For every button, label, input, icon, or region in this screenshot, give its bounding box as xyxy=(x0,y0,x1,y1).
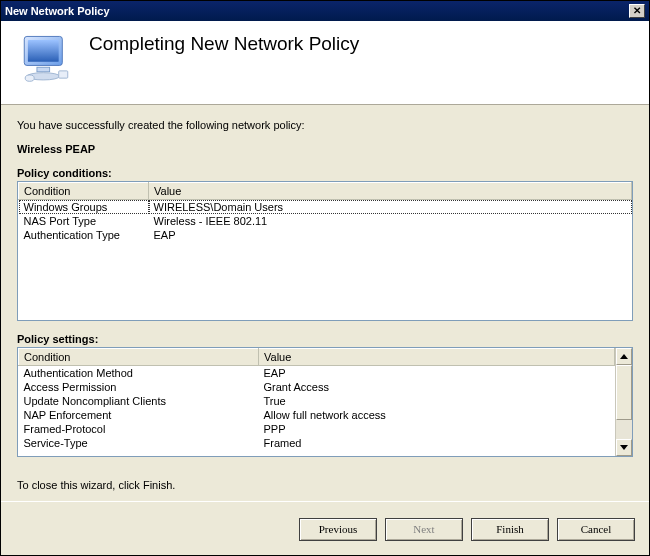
conditions-table[interactable]: Condition Value Windows Groups WIRELESS\… xyxy=(17,181,633,321)
cell-value: EAP xyxy=(149,228,632,242)
wizard-header: Completing New Network Policy xyxy=(1,21,649,105)
cell-value: EAP xyxy=(259,366,615,381)
scroll-track[interactable] xyxy=(616,420,632,439)
cell-condition: Access Permission xyxy=(19,380,259,394)
close-button[interactable]: ✕ xyxy=(629,4,645,18)
cell-value: PPP xyxy=(259,422,615,436)
table-row[interactable]: Update Noncompliant ClientsTrue xyxy=(19,394,615,408)
wizard-body: You have successfully created the follow… xyxy=(1,105,649,508)
cell-value: WIRELESS\Domain Users xyxy=(149,200,632,215)
table-row[interactable]: Service-TypeFramed xyxy=(19,436,615,450)
cell-condition: Authentication Method xyxy=(19,366,259,381)
cell-condition: NAS Port Type xyxy=(19,214,149,228)
col-value[interactable]: Value xyxy=(149,183,632,200)
settings-table[interactable]: Condition Value Authentication MethodEAP… xyxy=(17,347,633,457)
cell-condition: Windows Groups xyxy=(19,200,149,215)
table-row[interactable]: Access PermissionGrant Access xyxy=(19,380,615,394)
cell-condition: Service-Type xyxy=(19,436,259,450)
cell-condition: Framed-Protocol xyxy=(19,422,259,436)
window-title: New Network Policy xyxy=(5,5,110,17)
table-row[interactable]: Authentication Type EAP xyxy=(19,228,632,242)
cell-value: Grant Access xyxy=(259,380,615,394)
cell-condition: NAP Enforcement xyxy=(19,408,259,422)
scrollbar[interactable] xyxy=(615,348,632,456)
table-row[interactable]: NAS Port Type Wireless - IEEE 802.11 xyxy=(19,214,632,228)
conditions-label: Policy conditions: xyxy=(17,167,633,179)
divider xyxy=(1,501,649,502)
cell-condition: Update Noncompliant Clients xyxy=(19,394,259,408)
policy-name: Wireless PEAP xyxy=(17,143,633,155)
chevron-up-icon xyxy=(620,354,628,359)
cancel-button[interactable]: Cancel xyxy=(557,518,635,541)
close-hint: To close this wizard, click Finish. xyxy=(17,479,633,491)
col-condition[interactable]: Condition xyxy=(19,183,149,200)
wizard-footer: Previous Next Finish Cancel xyxy=(1,508,649,555)
svg-rect-1 xyxy=(28,40,59,62)
cell-condition: Authentication Type xyxy=(19,228,149,242)
col-condition[interactable]: Condition xyxy=(19,349,259,366)
table-row[interactable]: Windows Groups WIRELESS\Domain Users xyxy=(19,200,632,215)
titlebar[interactable]: New Network Policy ✕ xyxy=(1,1,649,21)
cell-value: Wireless - IEEE 802.11 xyxy=(149,214,632,228)
chevron-down-icon xyxy=(620,445,628,450)
svg-rect-5 xyxy=(59,71,68,78)
col-value[interactable]: Value xyxy=(259,349,615,366)
svg-point-4 xyxy=(25,75,34,81)
monitor-icon xyxy=(17,31,75,91)
intro-text: You have successfully created the follow… xyxy=(17,119,633,131)
next-button: Next xyxy=(385,518,463,541)
table-row[interactable]: NAP EnforcementAllow full network access xyxy=(19,408,615,422)
svg-rect-2 xyxy=(37,67,50,72)
settings-label: Policy settings: xyxy=(17,333,633,345)
table-row[interactable]: Authentication MethodEAP xyxy=(19,366,615,381)
scroll-down-button[interactable] xyxy=(616,439,632,456)
cell-value: Framed xyxy=(259,436,615,450)
previous-button[interactable]: Previous xyxy=(299,518,377,541)
cell-value: True xyxy=(259,394,615,408)
wizard-window: New Network Policy ✕ xyxy=(0,0,650,556)
scroll-up-button[interactable] xyxy=(616,348,632,365)
page-title: Completing New Network Policy xyxy=(89,33,359,55)
finish-button[interactable]: Finish xyxy=(471,518,549,541)
scroll-thumb[interactable] xyxy=(616,365,632,420)
table-row[interactable]: Framed-ProtocolPPP xyxy=(19,422,615,436)
cell-value: Allow full network access xyxy=(259,408,615,422)
